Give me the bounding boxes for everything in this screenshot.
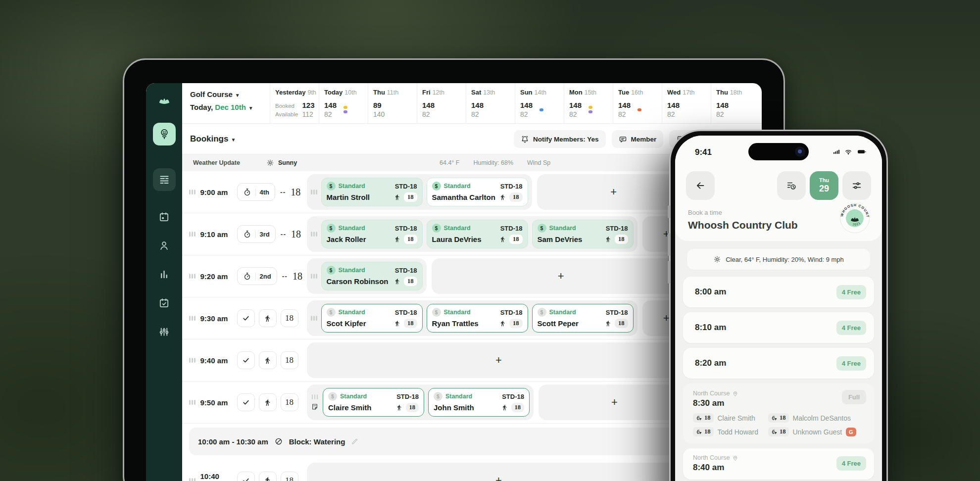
day-column[interactable]: Wed17th 14882 bbox=[662, 83, 711, 123]
block-row[interactable]: 10:00 am - 10:30 am Block: Watering bbox=[189, 428, 690, 455]
time-slot[interactable]: 8:00 am 4 Free bbox=[683, 277, 874, 307]
booking-card[interactable]: $StandardSTD-18 Sam DeVries18 bbox=[532, 220, 634, 248]
availability-badge: 4 Free bbox=[836, 356, 866, 371]
sidebar-item-analytics[interactable] bbox=[153, 264, 176, 284]
back-button[interactable] bbox=[686, 171, 715, 200]
sidebar-item-settings[interactable] bbox=[153, 322, 176, 341]
day-column[interactable]: Sat13th 14882 bbox=[466, 83, 515, 123]
add-booking-slot[interactable]: + bbox=[307, 463, 690, 481]
drag-handle[interactable] bbox=[189, 478, 196, 481]
timer-position-button[interactable]: 4th bbox=[237, 183, 276, 201]
add-booking-slot[interactable]: + bbox=[539, 385, 690, 420]
walking-button[interactable] bbox=[259, 472, 277, 481]
time-slot[interactable]: 8:10 am 4 Free bbox=[683, 312, 874, 343]
booking-card[interactable]: $StandardSTD-18 Ryan Trattles18 bbox=[427, 304, 528, 333]
timer-position-button[interactable]: 3rd bbox=[237, 225, 276, 243]
drag-handle[interactable] bbox=[311, 232, 317, 237]
schedule-filter-button[interactable] bbox=[777, 171, 806, 200]
drag-handle[interactable] bbox=[189, 400, 196, 405]
member-button[interactable]: Member bbox=[612, 130, 664, 148]
booked-count: 123 bbox=[302, 101, 314, 109]
booked-count: 148 bbox=[422, 101, 435, 109]
walking-button[interactable] bbox=[259, 351, 277, 369]
holes-button[interactable]: 18 bbox=[281, 309, 298, 327]
notify-members-button[interactable]: Notify Members: Yes bbox=[514, 130, 606, 148]
day-column[interactable]: Fri12th 14882 bbox=[417, 83, 466, 123]
drag-handle[interactable] bbox=[189, 190, 196, 194]
member-label: Member bbox=[631, 136, 657, 143]
day-name: Sun bbox=[520, 89, 533, 96]
drag-handle[interactable] bbox=[189, 232, 196, 237]
filters-button[interactable] bbox=[842, 171, 871, 200]
checkin-button[interactable] bbox=[237, 351, 255, 369]
plus-icon: + bbox=[611, 396, 618, 409]
drag-handle[interactable] bbox=[189, 274, 196, 279]
drag-handle[interactable] bbox=[312, 394, 318, 399]
drag-handle[interactable] bbox=[311, 190, 317, 194]
booking-card[interactable]: $StandardSTD-18 John Smith18 bbox=[428, 388, 530, 417]
note-icon[interactable] bbox=[311, 403, 319, 411]
checkin-button[interactable] bbox=[237, 309, 255, 327]
slot-time: 8:30 am bbox=[693, 398, 738, 408]
sidebar-item-calendar[interactable] bbox=[153, 207, 176, 227]
add-booking-slot[interactable]: + bbox=[537, 174, 691, 210]
holes-button[interactable]: 18 bbox=[281, 393, 298, 411]
holes-button[interactable]: 18 bbox=[281, 351, 298, 369]
player-name: John Smith bbox=[434, 403, 474, 412]
player-name: Scot Kipfer bbox=[327, 319, 366, 328]
plus-icon: + bbox=[610, 186, 617, 198]
walking-icon bbox=[501, 404, 508, 411]
full-time-slot[interactable]: North Course 8:30 am Full 18Claire Smith… bbox=[683, 384, 874, 443]
available-count: 82 bbox=[324, 110, 337, 118]
booking-card[interactable]: $StandardSTD-18 Martin Stroll18 bbox=[321, 178, 423, 206]
walking-button[interactable] bbox=[259, 393, 277, 411]
checkin-button[interactable] bbox=[237, 472, 255, 481]
add-booking-slot[interactable]: + bbox=[307, 342, 690, 378]
day-column[interactable]: Mon15th 14882 bbox=[564, 83, 613, 123]
booking-card[interactable]: $StandardSTD-18 Scot Kipfer18 bbox=[321, 304, 423, 333]
holes-count: 18 bbox=[780, 428, 786, 435]
day-column[interactable]: Today10th 14882 bbox=[319, 83, 368, 123]
sidebar-item-tee-booking[interactable] bbox=[153, 123, 176, 145]
slot-time: 8:20 am bbox=[695, 358, 726, 368]
drag-handle[interactable] bbox=[311, 316, 317, 321]
bookings-title-dropdown[interactable]: Bookings▼ bbox=[190, 134, 236, 144]
checkin-button[interactable] bbox=[237, 393, 255, 411]
course-selector[interactable]: Golf Course▼ bbox=[190, 90, 270, 98]
pencil-icon[interactable] bbox=[351, 438, 358, 445]
day-column[interactable]: Sun14th 14882 bbox=[515, 83, 564, 123]
rate-icon: $ bbox=[434, 392, 442, 401]
time-slot[interactable]: 8:20 am 4 Free bbox=[683, 348, 874, 379]
day-column[interactable]: Yesterday9th BookedAvailable 123112 bbox=[270, 83, 319, 123]
notify-members-label: Notify Members: Yes bbox=[533, 136, 599, 143]
booking-card[interactable]: $StandardSTD-18 Carson Robinson18 bbox=[321, 262, 423, 290]
available-label: Available bbox=[275, 111, 298, 117]
walking-button[interactable] bbox=[259, 309, 277, 327]
holes-badge: 18 bbox=[404, 235, 417, 244]
temperature-value: 64.4° F bbox=[440, 159, 459, 166]
day-ordinal: 11th bbox=[387, 89, 398, 96]
day-column[interactable]: Thu11th 89140 bbox=[368, 83, 417, 123]
add-booking-slot[interactable]: + bbox=[432, 258, 691, 294]
player-entry: 18Malcolm DeSantos bbox=[768, 413, 856, 423]
sidebar-item-members[interactable] bbox=[153, 236, 176, 255]
drag-handle[interactable] bbox=[189, 358, 196, 363]
day-column[interactable]: Tue16th 14882 bbox=[613, 83, 662, 123]
time-slot[interactable]: North Course 8:40 am 4 Free bbox=[683, 448, 874, 480]
phone-nav: Thu29 bbox=[686, 171, 871, 200]
booking-card[interactable]: $StandardSTD-18 Claire Smith18 bbox=[323, 388, 424, 417]
phone-weather-pill: Clear, 64° F, Humidity: 20%, Wind: 9 mph bbox=[687, 249, 870, 270]
booking-card[interactable]: $StandardSTD-18 Jack Roller18 bbox=[321, 220, 423, 248]
holes-button[interactable]: 18 bbox=[281, 472, 298, 481]
timer-position-button[interactable]: 2nd bbox=[237, 267, 277, 285]
date-selector[interactable]: Today, Dec 10th▼ bbox=[190, 103, 270, 111]
booking-card[interactable]: $StandardSTD-18 Samantha Carlton18 bbox=[427, 178, 528, 206]
booking-card[interactable]: $StandardSTD-18 Scott Peper18 bbox=[532, 304, 634, 333]
sidebar-item-reservations[interactable] bbox=[153, 293, 176, 313]
sidebar-item-tee-sheet[interactable] bbox=[153, 168, 176, 191]
day-column[interactable]: Thu18th 14882 bbox=[711, 83, 760, 123]
drag-handle[interactable] bbox=[311, 274, 317, 279]
drag-handle[interactable] bbox=[189, 316, 196, 321]
booking-card[interactable]: $StandardSTD-18 Laura DeVries18 bbox=[427, 220, 528, 248]
date-picker-button[interactable]: Thu29 bbox=[810, 171, 838, 200]
